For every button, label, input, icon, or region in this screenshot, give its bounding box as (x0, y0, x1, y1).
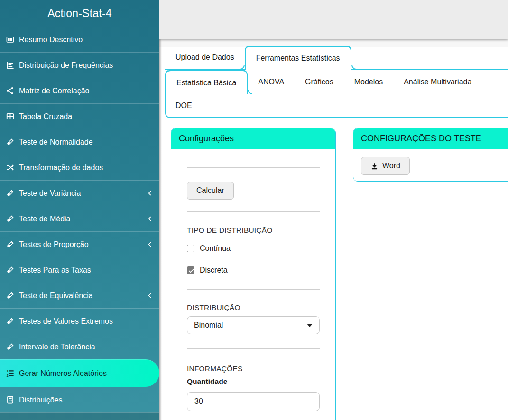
vial-icon (6, 317, 15, 326)
tab-anova[interactable]: ANOVA (248, 70, 295, 94)
tab-flare (351, 65, 356, 70)
tab-label: Gráficos (305, 78, 333, 86)
chevron-left-icon (147, 215, 153, 222)
sidebar-item-teste-de-equivalencia[interactable]: Teste de Equivalência (0, 283, 159, 308)
tab-label: Ferramentas Estatísticas (256, 54, 340, 62)
secondary-tab-bar: Estatística Básica ANOVA Gráficos Modelo… (165, 70, 508, 118)
continua-label: Contínua (200, 244, 231, 253)
sidebar-item-testes-de-valores-extremos[interactable]: Testes de Valores Extremos (0, 308, 159, 334)
sidebar-item-testes-de-proporcao[interactable]: Testes de Proporção (0, 231, 159, 257)
discreta-label: Discreta (200, 266, 228, 274)
list-ol-icon (6, 369, 15, 378)
sidebar-item-gerar-numeros-aleatorios[interactable]: Gerar Números Aleatórios (0, 359, 159, 387)
tab-doe[interactable]: DOE (166, 94, 202, 117)
chevron-left-icon (147, 190, 153, 197)
table-icon (6, 112, 15, 121)
sidebar-item-label: Teste de Normalidade (19, 138, 93, 146)
vial-icon (6, 240, 15, 249)
quantity-input[interactable] (187, 392, 320, 411)
sidebar-item-testes-para-as-taxas[interactable]: Testes Para as Taxas (0, 257, 159, 283)
sidebar-item-label: Resumo Descritivo (19, 36, 83, 44)
divider (187, 348, 320, 349)
tab-label: Análise Multivariada (404, 78, 471, 86)
test-config-panel-header: CONFIGURAÇÕES DO TESTE (353, 128, 508, 149)
test-config-panel: CONFIGURAÇÕES DO TESTE Word (353, 128, 508, 182)
tab-label: Modelos (354, 78, 383, 86)
sidebar-next-item-partial (0, 412, 159, 420)
tab-analise-multivariada[interactable]: Análise Multivariada (393, 70, 482, 94)
calculator-icon (6, 395, 15, 404)
chevron-left-icon (147, 241, 153, 248)
tab-estatistica-basica[interactable]: Estatística Básica (166, 70, 248, 94)
calculate-button[interactable]: Calcular (187, 182, 234, 200)
vial-icon (6, 265, 15, 274)
sidebar-item-label: Distribuição de Frequências (19, 61, 113, 70)
calculate-button-label: Calcular (196, 186, 224, 195)
sidebar-item-tabela-cruzada[interactable]: Tabela Cruzada (0, 103, 159, 129)
info-heading: INFORMAÇÕES (187, 365, 320, 373)
sidebar-item-teste-de-normalidade[interactable]: Teste de Normalidade (0, 129, 159, 155)
app-title: Action-Stat-4 (0, 0, 159, 27)
sidebar-item-label: Testes de Proporção (19, 240, 89, 249)
sidebar: Action-Stat-4 Resumo Descritivo Distribu… (0, 0, 159, 420)
divider (187, 211, 320, 212)
shuffle-icon (6, 163, 15, 172)
sidebar-item-transformacao-de-dados[interactable]: Transformação de dados (0, 155, 159, 180)
sidebar-item-intervalo-de-tolerancia[interactable]: Intervalo de Tolerância (0, 334, 159, 359)
sidebar-item-matriz-de-correlacao[interactable]: Matriz de Correlação (0, 78, 159, 103)
test-config-panel-body: Word (353, 149, 508, 183)
sidebar-item-label: Testes de Valores Extremos (19, 317, 113, 326)
frequency-chart-icon (6, 61, 15, 70)
sidebar-item-teste-de-media[interactable]: Teste de Média (0, 206, 159, 231)
continua-checkbox[interactable] (187, 245, 194, 252)
discreta-checkbox[interactable] (187, 266, 194, 274)
tab-graficos[interactable]: Gráficos (295, 70, 344, 94)
distribution-type-heading: TIPO DE DISTRIBUIÇÃO (187, 226, 320, 235)
vial-icon (6, 137, 15, 146)
sidebar-item-teste-de-variancia[interactable]: Teste de Variância (0, 180, 159, 206)
sidebar-item-label: Matriz de Correlação (19, 87, 90, 95)
network-icon (6, 86, 15, 95)
tab-label: Estatística Básica (176, 79, 236, 87)
quantity-label: Quantidade (187, 377, 320, 386)
sidebar-item-label: Teste de Variância (19, 189, 81, 198)
vial-icon (6, 214, 15, 223)
sidebar-item-label: Tabela Cruzada (19, 112, 72, 121)
top-header-bar (159, 0, 508, 39)
vial-icon (6, 342, 15, 351)
sidebar-item-label: Teste de Média (19, 215, 71, 223)
sidebar-item-label: Intervalo de Tolerância (19, 343, 95, 351)
content-body: Upload de Dados Ferramentas Estatísticas… (159, 39, 508, 420)
tab-ferramentas-estatisticas[interactable]: Ferramentas Estatísticas (245, 46, 351, 70)
checkbox-row-continua: Contínua (187, 244, 320, 253)
sidebar-item-distribuicoes[interactable]: Distribuições (0, 387, 159, 412)
sidebar-item-label: Testes Para as Taxas (19, 266, 91, 274)
tab-label: DOE (175, 101, 192, 110)
sidebar-item-label: Distribuições (19, 396, 63, 404)
chevron-left-icon (147, 292, 153, 299)
tab-upload-de-dados[interactable]: Upload de Dados (165, 46, 245, 69)
sidebar-item-label: Teste de Equivalência (19, 292, 93, 300)
sidebar-item-distribuicao-de-frequencias[interactable]: Distribuição de Frequências (0, 52, 159, 78)
distribution-heading: DISTRIBUIÇÃO (187, 303, 320, 312)
config-panel-header: Configurações (171, 128, 335, 149)
list-alt-icon (6, 35, 15, 44)
sidebar-item-resumo-descritivo[interactable]: Resumo Descritivo (0, 27, 159, 52)
caret-down-icon (307, 324, 313, 327)
divider (187, 289, 320, 290)
main-content: Upload de Dados Ferramentas Estatísticas… (159, 0, 508, 420)
tab-label: Upload de Dados (175, 53, 234, 61)
distribution-select[interactable]: Binomial (187, 316, 320, 334)
checkbox-row-discreta: Discreta (187, 266, 320, 274)
word-button-label: Word (382, 162, 400, 170)
tab-label: ANOVA (258, 78, 284, 86)
sidebar-item-label: Transformação de dados (19, 164, 103, 172)
word-export-button[interactable]: Word (361, 157, 410, 175)
sidebar-item-label: Gerar Números Aleatórios (19, 369, 107, 378)
vial-icon (6, 189, 15, 198)
distribution-select-value: Binomial (194, 321, 223, 329)
tab-modelos[interactable]: Modelos (344, 70, 393, 94)
config-panel-body: Calcular TIPO DE DISTRIBUIÇÃO Contínua D… (171, 167, 335, 411)
tab-flare (240, 65, 245, 70)
primary-tab-bar: Upload de Dados Ferramentas Estatísticas (165, 46, 508, 70)
